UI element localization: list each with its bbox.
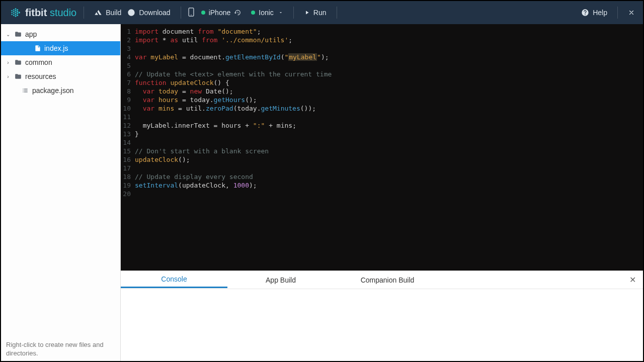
divider [617,7,618,19]
brand-name: fitbit [25,7,47,18]
sidebar-hint: Right-click to create new files and dire… [1,337,120,361]
svg-point-8 [15,10,17,12]
file-icon [34,44,41,52]
file-row[interactable]: index.js [1,41,120,55]
status-dot-icon [201,11,205,15]
panel-tab[interactable]: Console [121,270,227,290]
close-button[interactable] [625,7,638,18]
svg-point-5 [13,13,15,14]
code-content: import document from "document";import *… [135,27,332,270]
tree-item-label: app [25,30,37,38]
svg-point-12 [17,9,18,11]
help-button[interactable]: Help [578,7,610,19]
svg-point-14 [17,13,18,14]
list-icon [21,87,29,94]
svg-point-7 [15,8,17,10]
download-label: Download [139,9,170,17]
panel-tab[interactable]: App Build [227,271,334,289]
folder-row[interactable]: ›common [1,55,120,69]
caret-icon: ⌄ [5,32,11,37]
panel-body [121,289,643,361]
panel-close-button[interactable]: ✕ [622,275,643,285]
svg-point-4 [13,11,15,13]
phone-icon [188,8,194,18]
play-icon [304,10,310,16]
svg-point-16 [19,12,20,13]
build-icon [94,9,102,17]
run-button[interactable]: Run [301,7,330,19]
divider [337,7,337,19]
status-dot-icon [251,11,255,15]
tree-item-label: resources [25,72,56,80]
svg-point-15 [17,15,18,16]
folder-icon [14,59,22,66]
svg-point-1 [11,12,13,14]
download-icon [127,9,135,17]
brand-sub: studio [50,7,76,18]
tree-item-label: common [25,58,52,66]
download-button[interactable]: Download [124,7,173,19]
history-icon [234,9,241,16]
tree-item-label: package.json [32,86,74,95]
file-explorer: ⌄appindex.js›common›resourcespackage.jso… [1,24,121,361]
divider [293,7,294,19]
file-row[interactable]: package.json [1,83,120,98]
svg-point-18 [191,14,192,15]
svg-point-3 [13,9,15,11]
divider [181,7,181,19]
code-editor[interactable]: 1234567891011121314151617181920 import d… [121,24,643,270]
build-label: Build [106,9,121,17]
svg-point-9 [15,12,17,14]
tree-item-label: index.js [44,44,68,52]
bottom-panel: ConsoleApp BuildCompanion Build✕ [121,270,643,361]
app-logo: fitbit studio [10,7,76,19]
svg-point-11 [15,16,17,17]
caret-icon: › [5,60,11,65]
svg-point-10 [15,14,17,15]
phone-select[interactable]: iPhone [198,7,245,19]
phone-label: iPhone [209,9,231,17]
close-icon [628,9,635,16]
panel-tabs: ConsoleApp BuildCompanion Build✕ [121,271,643,289]
divider [84,7,84,19]
panel-tab[interactable]: Companion Build [334,271,441,289]
svg-point-0 [11,10,13,12]
caret-icon: › [5,74,11,79]
chevron-down-icon [278,10,283,15]
svg-point-13 [17,11,18,13]
folder-row[interactable]: ›resources [1,69,120,83]
watch-select[interactable]: Ionic [248,7,286,19]
top-toolbar: fitbit studio Build Download iPhone Ioni… [1,1,643,24]
line-gutter: 1234567891011121314151617181920 [121,27,135,270]
watch-label: Ionic [259,9,274,17]
folder-icon [14,73,22,80]
folder-row[interactable]: ⌄app [1,27,120,41]
brand-mark-icon [10,7,21,18]
svg-point-6 [13,15,15,16]
folder-icon [14,31,22,38]
build-button[interactable]: Build [91,7,124,19]
help-icon [581,9,589,17]
run-label: Run [313,9,327,17]
svg-point-2 [11,14,13,15]
help-label: Help [593,9,607,17]
